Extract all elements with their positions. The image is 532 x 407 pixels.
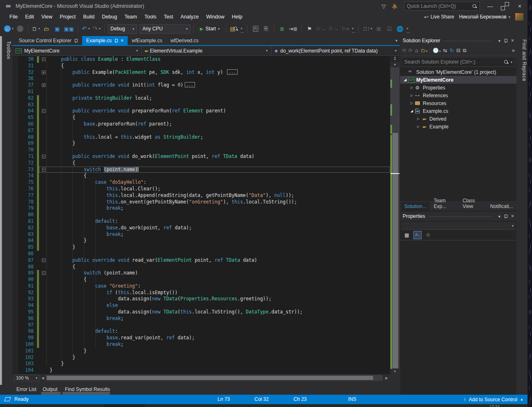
tab-wfderived-cs[interactable]: wfDerived.cs — [166, 36, 203, 45]
navigate-back-button[interactable]: ←▾ — [3, 24, 14, 34]
menu-build[interactable]: Build — [79, 13, 98, 21]
member-dropdown[interactable]: ◆ do_work(ElementPoint point, ref TData … — [271, 46, 400, 55]
close-button[interactable]: × — [515, 3, 524, 9]
expand-icon[interactable]: ▷ — [416, 117, 421, 121]
panel-tab-solution-[interactable]: Solution... — [401, 202, 429, 210]
editor-vertical-scrollbar[interactable]: ‡ ▲ ▼ — [390, 56, 400, 374]
tab-source-control-explorer[interactable]: Source Control Explorer — [15, 36, 82, 45]
collapse-region-icon[interactable]: − — [42, 258, 46, 262]
menu-window[interactable]: Window — [202, 13, 228, 21]
menu-test[interactable]: Test — [160, 13, 177, 21]
feedback-icon[interactable]: ▽ — [382, 3, 386, 9]
save-button[interactable]: ▣ — [53, 24, 62, 34]
pin-icon[interactable] — [114, 39, 118, 43]
window-position-dropdown-icon[interactable]: ▾ — [498, 214, 500, 219]
close-panel-icon[interactable]: × — [511, 38, 514, 43]
status-line[interactable]: Ln 73 — [218, 396, 230, 402]
redo-button[interactable]: ↷▾ — [92, 24, 101, 34]
tab-example-cs[interactable]: Example.cs× — [82, 36, 128, 45]
collapse-region-icon[interactable]: − — [42, 168, 46, 171]
solution-explorer-search-input[interactable]: Search Solution Explorer (Ctrl+;) ▾ — [401, 57, 515, 67]
zoom-dropdown[interactable]: 100 % ▾ — [14, 375, 39, 381]
pin-icon[interactable] — [74, 39, 78, 43]
start-debugging-button[interactable]: ▶ Start ▾ — [197, 24, 223, 34]
menu-team[interactable]: Team — [121, 13, 141, 21]
pin-icon[interactable] — [504, 39, 508, 43]
next-bookmark-button[interactable]: ⚐→ — [328, 24, 340, 34]
se-back-icon[interactable]: ⟲ — [402, 48, 406, 53]
document-list-dropdown-icon[interactable]: ▾ — [395, 39, 397, 43]
notifications-person-icon[interactable]: ⛹ — [392, 3, 398, 9]
property-pages-icon[interactable]: ⚙ — [424, 231, 432, 239]
sync-with-active-document-icon[interactable]: ⇆ — [443, 48, 447, 53]
navigate-cursor-forward-icon[interactable]: ⎘ — [261, 24, 271, 34]
project-dropdown[interactable]: C# MyElementCore ▾ — [12, 46, 142, 55]
navigate-cursor-back-icon[interactable]: 🖰⃞ — [250, 24, 260, 34]
scroll-down-icon[interactable]: ▼ — [390, 370, 399, 373]
status-character[interactable]: Ch 23 — [294, 396, 307, 402]
tree-item-solution-myelementcore-1-project-[interactable]: Solution 'MyElementCore' (1 project) — [400, 68, 516, 76]
uncomment-lines-button[interactable]: ⇥≣ — [288, 24, 298, 34]
undo-button[interactable]: ↶▾ — [81, 24, 91, 34]
se-overflow-icon[interactable]: » — [512, 48, 515, 53]
scrollbar-thumb[interactable] — [392, 133, 398, 368]
home-icon[interactable]: ⌂ — [415, 48, 418, 53]
toolbar-overflow-icon[interactable]: ▾— — [241, 27, 243, 34]
code-editor[interactable]: 30− public class Example : ElementClass3… — [12, 56, 400, 374]
menu-debug[interactable]: Debug — [98, 13, 121, 21]
menu-analyze[interactable]: Analyze — [177, 13, 202, 21]
status-column[interactable]: Col 32 — [255, 396, 269, 402]
menu-view[interactable]: View — [38, 13, 56, 21]
run-tests-button[interactable]: ☑ — [384, 24, 394, 34]
tree-item-properties[interactable]: ▷⚙Properties — [400, 84, 516, 91]
expand-region-icon[interactable]: + — [42, 71, 46, 74]
toolbar-overflow2-icon[interactable]: ▾— — [406, 27, 409, 34]
solution-platform-dropdown[interactable]: Any CPU ▾ — [140, 24, 190, 34]
quick-launch-input[interactable]: Quick Launch (Ctrl+Q) — [404, 2, 480, 11]
horizontal-scrollbar[interactable] — [46, 375, 383, 381]
bottom-tab-output[interactable]: Output — [43, 386, 57, 392]
bottom-tab-find-symbol-results[interactable]: Find Symbol Results — [65, 386, 110, 392]
live-share-button[interactable]: ↪ Live Share — [424, 14, 454, 20]
collapse-region-icon[interactable]: − — [42, 57, 46, 61]
menu-edit[interactable]: Edit — [21, 13, 38, 21]
collapse-region-icon[interactable]: − — [42, 271, 46, 275]
expand-icon[interactable]: ▷ — [409, 86, 414, 89]
menu-file[interactable]: File — [6, 13, 21, 21]
expand-icon[interactable]: ▷ — [416, 125, 421, 128]
clear-bookmarks-button[interactable]: ⚐× — [340, 24, 350, 34]
pending-changes-filter-icon[interactable]: 🕐▾ — [433, 48, 441, 53]
close-icon[interactable]: × — [121, 38, 124, 43]
toolbox-autohide-tab[interactable]: Toolbox — [2, 37, 11, 63]
tree-item-resources[interactable]: ▷Resources — [400, 99, 516, 107]
comment-lines-button[interactable]: ≣ — [277, 24, 287, 34]
minimize-button[interactable]: — — [486, 3, 495, 9]
pin-icon[interactable] — [504, 214, 508, 218]
tree-item-references[interactable]: ▷▪–▪References — [400, 91, 516, 99]
categorized-view-icon[interactable]: ▦ — [403, 231, 411, 239]
collapse-icon[interactable]: ◢ — [403, 78, 408, 82]
panel-tab-notificati-[interactable]: Notificati... — [487, 202, 516, 210]
bookmark-overflow-icon[interactable]: ▾— — [352, 27, 355, 34]
menu-project[interactable]: Project — [56, 13, 80, 21]
window-position-dropdown-icon[interactable]: ▾ — [498, 39, 500, 43]
account-menu[interactable]: Николай Березников ▾ — [459, 14, 510, 20]
expand-icon[interactable]: ▷ — [409, 101, 414, 105]
new-item-button[interactable]: 🗋!▾ — [362, 24, 373, 34]
tree-item-example[interactable]: ▷▸▸▪Example — [400, 123, 516, 130]
switch-views-icon[interactable]: 🗀▾ — [420, 48, 427, 53]
tab-wfexample-cs[interactable]: wfExample.cs — [128, 36, 166, 45]
new-project-button[interactable]: 🗋▾ — [31, 24, 41, 34]
collapse-region-icon[interactable]: − — [42, 109, 46, 113]
collapse-icon[interactable]: ◢ — [409, 109, 414, 113]
solution-configuration-dropdown[interactable]: Debug ▾ — [108, 24, 137, 34]
scroll-right-icon[interactable]: ▶ — [383, 376, 390, 380]
menu-help[interactable]: Help — [228, 13, 246, 21]
web-browser-button[interactable]: 🌐 — [395, 24, 405, 34]
find-in-files-button[interactable]: ▤ — [229, 24, 239, 34]
toggle-bookmark-button[interactable]: ⚑ — [305, 24, 314, 34]
scroll-up-icon[interactable]: ▲ — [390, 62, 399, 66]
collapse-region-icon[interactable]: − — [42, 155, 46, 158]
type-dropdown[interactable]: ▸▸▪ ElementVirtual.Example ▾ — [142, 46, 271, 55]
save-all-button[interactable]: ▣▣ — [63, 24, 75, 34]
